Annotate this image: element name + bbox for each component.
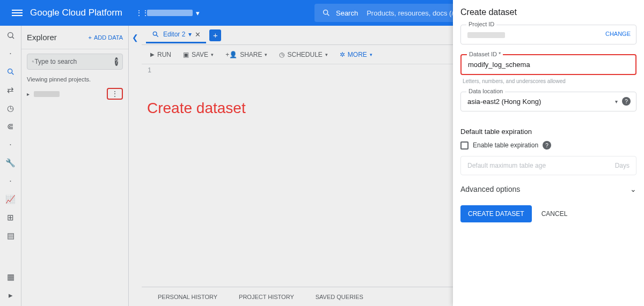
svg-point-4 — [8, 69, 12, 73]
explorer-collapse-button[interactable]: ❮ — [129, 26, 142, 306]
max-age-placeholder: Default maximum table age — [467, 162, 546, 169]
menu-icon[interactable] — [11, 6, 24, 19]
personal-history-tab[interactable]: PERSONAL HISTORY — [158, 294, 217, 300]
project-icon — [135, 9, 144, 17]
project-id-field[interactable]: Project ID CHANGE — [460, 25, 636, 44]
chevron-down-icon: ▾ — [615, 99, 618, 105]
svg-point-2 — [8, 33, 12, 38]
play-icon: ▶ — [150, 51, 155, 57]
dataset-id-input[interactable] — [462, 55, 635, 74]
rail-expand-icon[interactable]: ▸ — [5, 290, 16, 301]
search-label: Search — [336, 9, 358, 17]
new-tab-button[interactable]: + — [209, 29, 221, 41]
viewing-label: Viewing pinned projects. — [21, 74, 128, 86]
dataset-id-label: Dataset ID * — [467, 51, 503, 57]
plus-icon: + — [89, 34, 92, 41]
rail-sheet-icon[interactable]: ▦ — [5, 272, 16, 282]
project-actions-button[interactable]: ⋮ — [107, 88, 123, 100]
rail-schedule-icon[interactable]: ◷ — [5, 103, 16, 114]
help-icon[interactable]: ? — [622, 97, 631, 106]
add-data-button[interactable]: +ADD DATA — [89, 34, 123, 41]
project-row[interactable]: ▸ ⋮ — [21, 86, 128, 102]
schedule-button[interactable]: ◷SCHEDULE▾ — [279, 51, 327, 58]
project-id-label: Project ID — [466, 21, 496, 27]
line-gutter: 1 — [142, 64, 155, 287]
max-age-field: Default maximum table age Days — [460, 156, 636, 175]
rail-dot-2[interactable]: · — [5, 139, 16, 150]
project-name-redacted — [147, 10, 193, 16]
rail-dot-3[interactable]: · — [5, 176, 16, 186]
saved-queries-tab[interactable]: SAVED QUERIES — [316, 294, 363, 300]
data-location-field[interactable]: Data location asia-east2 (Hong Kong) ▾ ? — [460, 92, 636, 111]
share-button[interactable]: +👤SHARE▾ — [225, 51, 267, 58]
data-location-label: Data location — [466, 88, 505, 94]
help-icon[interactable]: ? — [115, 57, 118, 66]
project-id-value-redacted — [467, 32, 505, 38]
help-icon[interactable]: ? — [543, 141, 551, 150]
bigquery-icon[interactable] — [5, 30, 16, 41]
svg-point-8 — [153, 32, 157, 35]
panel-title: Create dataset — [460, 8, 636, 17]
save-icon: ▣ — [183, 51, 189, 58]
rail-grid-icon[interactable]: ⊞ — [5, 212, 16, 223]
brand-label: Google Cloud Platform — [30, 8, 122, 18]
left-rail: · ⇄ ◷ ⋐ · 🔧 · 📈 ⊞ ▤ ▦ ▸ — [0, 26, 21, 306]
svg-line-9 — [156, 35, 158, 36]
expiration-section-title: Default table expiration — [460, 128, 636, 136]
svg-line-7 — [33, 62, 34, 62]
rail-wrench-icon[interactable]: 🔧 — [5, 158, 16, 168]
collapse-icon: ❮ — [132, 33, 138, 306]
editor-tab[interactable]: Editor 2 ▾ ✕ — [146, 27, 206, 43]
svg-line-1 — [327, 14, 329, 16]
project-selector[interactable]: ▾ — [131, 6, 204, 19]
svg-point-6 — [32, 61, 33, 62]
rail-reservation-icon[interactable]: ⋐ — [5, 121, 16, 132]
rail-transfer-icon[interactable]: ⇄ — [5, 85, 16, 95]
create-dataset-panel: Create dataset Project ID CHANGE Dataset… — [453, 0, 644, 306]
more-button[interactable]: ✲MORE▾ — [340, 51, 372, 58]
search-icon — [322, 9, 331, 17]
chevron-down-icon[interactable]: ▾ — [188, 31, 192, 38]
dataset-id-field[interactable]: Dataset ID * — [460, 54, 636, 75]
chevron-down-icon: ⌄ — [630, 185, 636, 193]
advanced-options-toggle[interactable]: Advanced options ⌄ — [460, 185, 636, 193]
save-button[interactable]: ▣SAVE▾ — [183, 51, 214, 58]
svg-point-0 — [324, 10, 328, 14]
run-button[interactable]: ▶RUN — [150, 51, 171, 58]
rail-chart-icon[interactable]: 📈 — [5, 194, 16, 205]
days-label: Days — [615, 162, 630, 169]
rail-doc-icon[interactable]: ▤ — [5, 230, 16, 241]
close-tab-icon[interactable]: ✕ — [195, 31, 201, 39]
query-icon — [151, 30, 160, 39]
enable-expiration-checkbox[interactable]: Enable table expiration ? — [460, 141, 636, 150]
change-project-button[interactable]: CHANGE — [605, 31, 631, 37]
gear-icon: ✲ — [340, 51, 345, 58]
share-icon: +👤 — [225, 51, 237, 58]
dataset-id-help: Letters, numbers, and underscores allowe… — [463, 78, 636, 84]
clock-icon: ◷ — [279, 51, 284, 58]
svg-line-3 — [12, 37, 13, 39]
chevron-down-icon: ▾ — [196, 9, 200, 17]
project-name-redacted — [34, 91, 60, 97]
enable-expiration-label: Enable table expiration — [473, 141, 538, 149]
rail-search-icon[interactable] — [5, 66, 16, 77]
tab-label: Editor 2 — [163, 31, 185, 38]
data-location-value: asia-east2 (Hong Kong) — [461, 92, 636, 111]
explorer-search-input[interactable] — [34, 58, 115, 65]
rail-dot-1[interactable]: · — [5, 48, 16, 59]
svg-line-5 — [12, 73, 13, 74]
explorer-panel: Explorer +ADD DATA ? Viewing pinned proj… — [21, 26, 129, 306]
explorer-title: Explorer — [27, 33, 57, 42]
create-dataset-button[interactable]: CREATE DATASET — [460, 205, 532, 222]
checkbox-icon — [460, 141, 469, 150]
project-history-tab[interactable]: PROJECT HISTORY — [239, 294, 294, 300]
cancel-button[interactable]: CANCEL — [541, 210, 568, 218]
explorer-search[interactable]: ? — [27, 54, 123, 70]
expand-arrow-icon[interactable]: ▸ — [27, 91, 30, 97]
